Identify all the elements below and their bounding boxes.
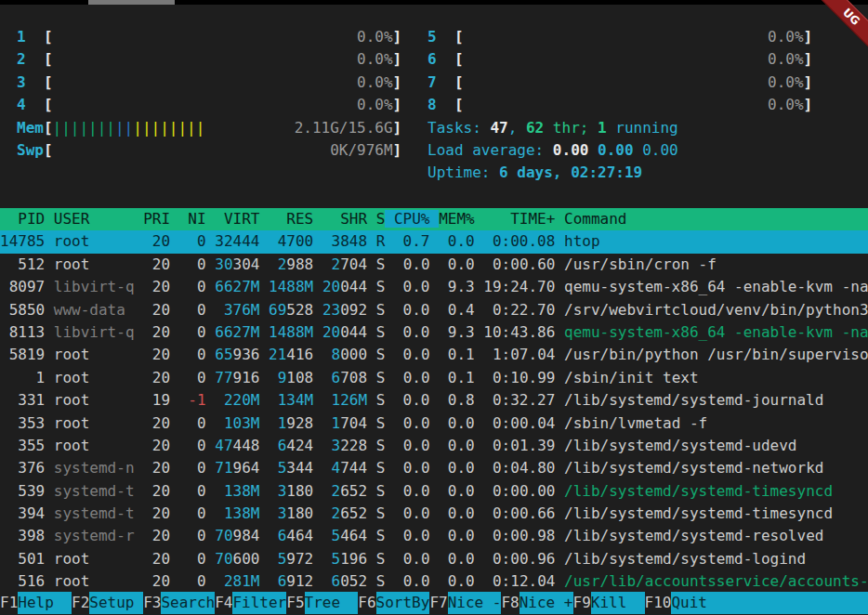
state-cell: S: [376, 482, 386, 500]
space: [385, 278, 394, 295]
user-cell: systemd-t: [54, 504, 135, 522]
column-header-res[interactable]: RES: [269, 210, 313, 228]
process-row-539[interactable]: 539 systemd-t 20 0 138M 3180 2652 S 0.0 …: [0, 480, 868, 503]
fn-button-tree[interactable]: F5Tree: [286, 592, 358, 614]
shr-cell-seg: 652: [340, 504, 367, 522]
fn-button-setup[interactable]: F2Setup: [72, 592, 143, 614]
state-cell: S: [376, 414, 386, 432]
space: [385, 527, 394, 544]
pad: [269, 391, 278, 409]
pid-cell: 5850: [0, 301, 45, 319]
ni-cell: 0: [179, 278, 206, 295]
user-cell: libvirt-q: [54, 278, 135, 295]
space: [206, 232, 216, 250]
fn-button-kill[interactable]: F9Kill: [573, 592, 645, 614]
fn-key-label: F2: [72, 592, 89, 614]
column-header-shr[interactable]: SHR: [322, 210, 367, 228]
column-header-user[interactable]: USER: [54, 210, 135, 228]
space: [313, 232, 322, 250]
column-header-cpu-sorted[interactable]: CPU%: [385, 210, 439, 228]
space: [385, 414, 394, 432]
process-row-1[interactable]: 1 root 20 0 77916 9108 6708 S 0.0 0.1 0:…: [0, 367, 868, 389]
column-header-virt[interactable]: VIRT: [215, 210, 259, 228]
pri-cell: 19: [143, 391, 170, 409]
column-header-pri[interactable]: PRI: [143, 210, 170, 228]
virt-cell-seg: 138M: [224, 482, 260, 500]
state-cell: S: [376, 550, 386, 568]
pid-cell: 355: [0, 437, 45, 454]
process-row-516[interactable]: 516 root 20 0 281M 6912 6052 S 0.0 0.0 0…: [0, 570, 868, 593]
space: [313, 301, 322, 319]
process-row-376[interactable]: 376 systemd-n 20 0 71964 5344 4744 S 0.0…: [0, 457, 868, 479]
space: [475, 210, 484, 228]
column-header-mem[interactable]: MEM%: [439, 210, 475, 228]
space: [170, 527, 179, 544]
column-header-ni[interactable]: NI: [179, 210, 206, 228]
fn-button-quit[interactable]: F10Quit: [645, 592, 726, 614]
process-row-398[interactable]: 398 systemd-r 20 0 70984 6464 5464 S 0.0…: [0, 525, 868, 547]
mem-cell: 0.0: [439, 572, 475, 590]
space: [135, 369, 144, 386]
space: [555, 346, 564, 363]
process-row-5850[interactable]: 5850 www-data 20 0 376M 69528 23092 S 0.…: [0, 299, 868, 321]
space: [206, 572, 216, 590]
fn-key-label: F7: [429, 592, 447, 614]
process-row-14785[interactable]: 14785 root 20 0 32444 4700 3848 R 0.7 0.…: [0, 230, 868, 253]
process-row-8097[interactable]: 8097 libvirt-q 20 0 6627M 1488M 20044 S …: [0, 276, 868, 298]
space: [135, 414, 144, 432]
column-header-command[interactable]: Command: [564, 210, 626, 228]
cpu-cell: 0.0: [394, 255, 430, 273]
virt-cell: 103M: [215, 414, 259, 432]
space: [45, 278, 54, 295]
time-cell: 0:00.66: [483, 504, 555, 522]
space: [367, 232, 376, 250]
fn-button-nice[interactable]: F7Nice -: [429, 592, 501, 614]
space: [367, 278, 376, 295]
fn-key-label: F3: [143, 592, 161, 614]
fn-button-filter[interactable]: F4Filter: [215, 592, 286, 614]
space: [430, 255, 440, 273]
virt-cell-seg: 138M: [224, 504, 260, 522]
load-5min: 0.00: [598, 141, 634, 159]
space: [259, 527, 269, 544]
res-cell-seg: 134M: [278, 391, 314, 409]
space: [555, 391, 564, 409]
process-row-501[interactable]: 501 root 20 0 70600 5972 5196 S 0.0 0.0 …: [0, 548, 868, 570]
virt-cell: 32444: [215, 232, 259, 250]
meter-close-bracket: ]: [804, 28, 813, 46]
process-row-8113[interactable]: 8113 libvirt-q 20 0 6627M 1488M 20044 S …: [0, 321, 868, 344]
res-cell-seg: 528: [286, 301, 313, 319]
space: [135, 437, 144, 454]
shr-cell-seg: 6: [332, 572, 341, 590]
fn-button-nice[interactable]: F8Nice +: [501, 592, 572, 614]
cpu-meter-1: 1 [ 0.0%]: [17, 26, 401, 48]
column-header-time[interactable]: TIME+: [483, 210, 555, 228]
process-row-5819[interactable]: 5819 root 20 0 65936 21416 8000 S 0.0 0.…: [0, 344, 868, 366]
space: [135, 255, 144, 273]
shr-cell: 2652: [322, 482, 367, 500]
fn-button-search[interactable]: F3Search: [143, 592, 215, 614]
fn-button-sortby[interactable]: F6SortBy: [358, 592, 429, 614]
command-cell: /lib/systemd/systemd-timesyncd: [564, 504, 833, 522]
space: [475, 504, 484, 522]
process-row-331[interactable]: 331 root 19 -1 220M 134M 126M S 0.0 0.8 …: [0, 389, 868, 412]
process-row-353[interactable]: 353 root 20 0 103M 1928 1704 S 0.0 0.0 0…: [0, 412, 868, 435]
shr-cell-seg: 8: [332, 346, 341, 363]
time-cell: 0:22.70: [483, 301, 555, 319]
column-header-state[interactable]: S: [376, 210, 386, 228]
process-row-394[interactable]: 394 systemd-t 20 0 138M 3180 2652 S 0.0 …: [0, 503, 868, 525]
res-cell-seg: 1488M: [269, 323, 313, 341]
process-row-355[interactable]: 355 root 20 0 47448 6424 3228 S 0.0 0.0 …: [0, 435, 868, 457]
space: [45, 323, 54, 341]
process-row-512[interactable]: 512 root 20 0 30304 2988 2704 S 0.0 0.0 …: [0, 254, 868, 276]
pri-cell: 20: [143, 346, 170, 363]
scrollbar-thumb[interactable]: [88, 0, 175, 5]
meter-close-bracket: ]: [393, 73, 402, 91]
cpu-cell: 0.0: [394, 437, 430, 454]
fn-button-help[interactable]: F1Help: [0, 592, 72, 614]
running-label: running: [607, 119, 678, 137]
column-header-pid[interactable]: PID: [0, 210, 45, 228]
space: [367, 323, 376, 341]
cpu-cell: 0.0: [394, 482, 430, 500]
space: [555, 459, 564, 477]
